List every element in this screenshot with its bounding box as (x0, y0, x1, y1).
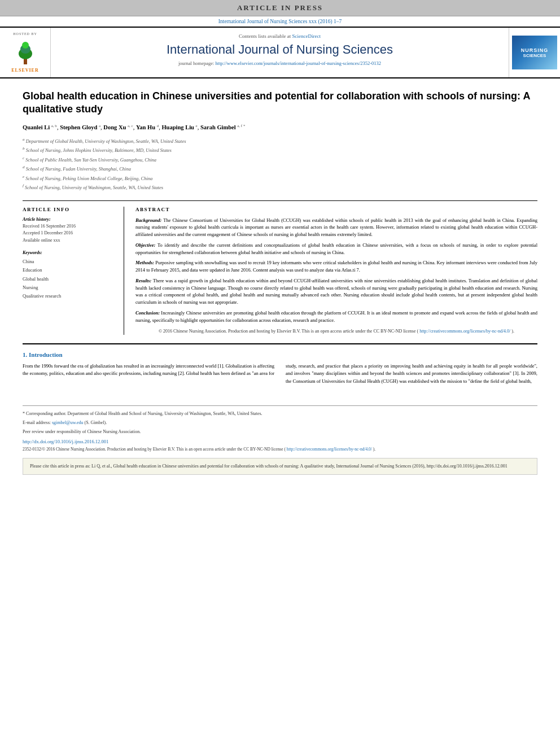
homepage-label: journal homepage: (178, 60, 216, 66)
author-dong: Dong Xu (103, 124, 126, 130)
banner-text: ARTICLE IN PRESS (237, 3, 323, 12)
elsevier-name: ELSEVIER (11, 68, 38, 73)
affiliations: a Department of Global Health, Universit… (23, 137, 537, 192)
abstract-conclusion: Conclusion: Increasingly Chinese univers… (135, 309, 537, 324)
accepted-date: Accepted 1 December 2016 (23, 230, 115, 237)
journal-header-left: HOSTED BY ELSEVIER (0, 28, 51, 77)
results-label: Results: (135, 278, 151, 283)
intro-para2: study, research, and practice that place… (286, 362, 537, 385)
keyword-global-health: Global health (23, 275, 115, 283)
cc-footer-link[interactable]: http://creativecommons.org/licenses/by-n… (287, 447, 372, 452)
keyword-nursing: Nursing (23, 283, 115, 292)
abstract-objective: Objective: To identify and describe the … (135, 242, 537, 256)
journal-logo-box: NURSING SCIENCES (512, 36, 557, 69)
corresponding-text: * Corresponding author. Department of Gl… (23, 411, 262, 416)
abstract-footer-text: © 2016 Chinese Nursing Association. Prod… (159, 329, 418, 334)
affiliation-a: a Department of Global Health, Universit… (23, 137, 537, 145)
article-title: Global health education in Chinese unive… (23, 90, 537, 116)
affiliation-b: b School of Nursing, Johns Hopkins Unive… (23, 146, 537, 154)
abstract-methods: Methods: Purposive sampling with snowbal… (135, 259, 537, 274)
logo-line1: NURSING (521, 47, 549, 53)
journal-title: International Journal of Nursing Science… (59, 42, 500, 57)
background-text: The Chinese Consortium of Universities f… (135, 217, 537, 238)
corresponding-note: * Corresponding author. Department of Gl… (23, 410, 537, 417)
email-suffix: (S. Gimbel). (85, 420, 107, 425)
conclusion-text: Increasingly Chinese universities are pr… (135, 310, 537, 323)
main-content: Global health education in Chinese unive… (0, 78, 560, 397)
page: ARTICLE IN PRESS International Journal o… (0, 0, 560, 747)
doi-link[interactable]: http://dx.doi.org/10.1016/j.ijnss.2016.1… (23, 439, 108, 444)
objective-text: To identify and describe the current def… (135, 242, 537, 255)
journal-header-center: Contents lists available at ScienceDirec… (51, 28, 509, 77)
elsevier-tree-icon (11, 38, 40, 66)
affiliation-d: d School of Nursing, Fudan University, S… (23, 164, 537, 173)
affiliation-f: f School of Nursing, University of Washi… (23, 183, 537, 191)
journal-link[interactable]: International Journal of Nursing Science… (218, 19, 342, 24)
journal-homepage: journal homepage: http://www.elsevier.co… (59, 60, 500, 66)
conclusion-label: Conclusion: (135, 310, 160, 316)
introduction-section: 1. Introduction From the 1990s forward t… (23, 343, 537, 388)
authors-line: Quanlei Li a, b, Stephen Gloyd a, Dong X… (23, 123, 537, 132)
affiliation-e: e School of Nursing, Peking Union Medica… (23, 174, 537, 182)
available-date: Available online xxx (23, 237, 115, 244)
history-label: Article history: (23, 217, 115, 222)
abstract-title: ABSTRACT (135, 207, 537, 212)
author-stephen: Stephen Gloyd (60, 124, 97, 130)
keyword-education: Education (23, 266, 115, 274)
journal-link-bar: International Journal of Nursing Science… (0, 16, 560, 27)
article-info-col: ARTICLE INFO Article history: Received 1… (23, 207, 124, 335)
email-link[interactable]: sgimbel@uw.edu (52, 420, 84, 425)
article-dates: Received 16 September 2016 Accepted 1 De… (23, 223, 115, 244)
keyword-china: China (23, 257, 115, 266)
homepage-url[interactable]: http://www.elsevier.com/journals/interna… (216, 60, 382, 66)
peer-review-text: Peer review under responsibility of Chin… (23, 429, 141, 434)
intro-para1: From the 1990s forward the era of global… (23, 362, 274, 377)
author-yan: Yan Hu (136, 124, 155, 130)
intro-col-left: From the 1990s forward the era of global… (23, 362, 274, 388)
author-sarah: Sarah Gimbel (200, 124, 236, 130)
abstract-results: Results: There was a rapid growth in glo… (135, 277, 537, 306)
article-info-abstract-cols: ARTICLE INFO Article history: Received 1… (23, 200, 537, 335)
affiliation-c: c School of Public Health, Sun Yat-Sen U… (23, 155, 537, 164)
citation-box: Please cite this article in press as: Li… (23, 458, 537, 475)
intro-col-right: study, research, and practice that place… (286, 362, 537, 388)
introduction-heading: 1. Introduction (23, 351, 537, 358)
results-text: There was a rapid growth in global healt… (135, 278, 537, 305)
copyright-text: 2352-0132/© 2016 Chinese Nursing Associa… (23, 447, 286, 452)
methods-text: Purposive sampling with snowballing was … (135, 260, 537, 273)
sciencedirect-link[interactable]: ScienceDirect (292, 33, 321, 39)
doi-line: http://dx.doi.org/10.1016/j.ijnss.2016.1… (23, 439, 537, 444)
keywords-title: Keywords: (23, 250, 115, 255)
article-info-title: ARTICLE INFO (23, 207, 115, 212)
email-note: E-mail address: sgimbel@uw.edu (S. Gimbe… (23, 420, 537, 426)
author-quanlei: Quanlei Li (23, 124, 50, 130)
article-in-press-banner: ARTICLE IN PRESS (0, 0, 560, 16)
abstract-footer: © 2016 Chinese Nursing Association. Prod… (135, 328, 537, 335)
background-label: Background: (135, 217, 161, 223)
hosted-by-label: HOSTED BY (13, 32, 37, 36)
abstract-footer-close: ). (511, 329, 514, 334)
sciencedirect-line: Contents lists available at ScienceDirec… (59, 33, 500, 39)
page-footer: * Corresponding author. Department of Gl… (23, 405, 537, 452)
abstract-background: Background: The Chinese Consortium of Un… (135, 217, 537, 238)
keywords-list: China Education Global health Nursing Qu… (23, 257, 115, 300)
sciencedirect-prefix: Contents lists available at (239, 33, 292, 39)
objective-label: Objective: (135, 242, 155, 248)
authors-text: Quanlei Li a, b, Stephen Gloyd a, Dong X… (23, 124, 245, 130)
author-huaping: Huaping Liu (161, 124, 194, 130)
footer-copyright: 2352-0132/© 2016 Chinese Nursing Associa… (23, 446, 537, 452)
logo-line2: SCIENCES (523, 53, 546, 58)
citation-text: Please cite this article in press as: Li… (30, 464, 508, 469)
svg-point-3 (22, 42, 29, 49)
received-date: Received 16 September 2016 (23, 223, 115, 230)
journal-header: HOSTED BY ELSEVIER Contents lists availa… (0, 27, 560, 78)
journal-header-right: NURSING SCIENCES (509, 28, 560, 77)
elsevier-logo: HOSTED BY ELSEVIER (11, 32, 40, 73)
keyword-qualitative: Qualitative research (23, 292, 115, 300)
cc-footer-suffix: ). (373, 447, 375, 452)
methods-label: Methods: (135, 260, 154, 265)
introduction-body-cols: From the 1990s forward the era of global… (23, 362, 537, 388)
cc-license-link[interactable]: http://creativecommons.org/licenses/by-n… (419, 329, 510, 334)
abstract-col: ABSTRACT Background: The Chinese Consort… (135, 207, 537, 335)
email-label: E-mail address: (23, 420, 52, 425)
